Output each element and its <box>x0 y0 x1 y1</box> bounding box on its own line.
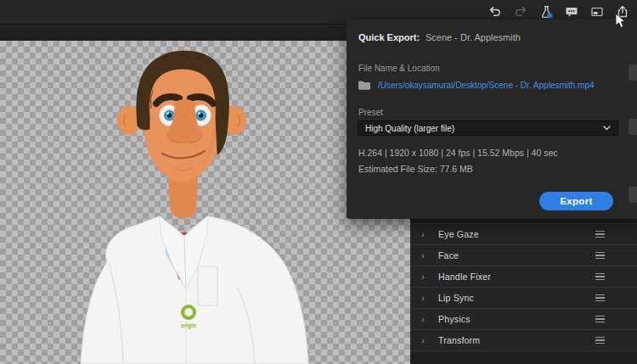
behavior-row-physics[interactable]: › Physics <box>410 309 637 330</box>
panel-edge-fragment <box>629 64 637 81</box>
format-info-text: H.264 | 1920 x 1080 | 24 fps | 15.52 Mbp… <box>358 148 557 158</box>
behavior-label: Face <box>438 250 595 260</box>
chevron-down-icon <box>603 126 611 131</box>
chevron-right-icon[interactable]: › <box>421 272 430 282</box>
behavior-row-eye-gaze[interactable]: › Eye Gaze <box>410 224 637 245</box>
coat-badge-text: origin <box>181 322 196 329</box>
behavior-row-handle-fixer[interactable]: › Handle Fixer <box>410 266 637 288</box>
panel-edge-fragment <box>629 187 637 203</box>
hamburger-menu-icon[interactable] <box>595 316 605 322</box>
file-path-row: /Users/okaysamurai/Desktop/Scene - Dr. A… <box>358 78 622 92</box>
hamburger-menu-icon[interactable] <box>595 294 605 301</box>
behavior-list: › Eye Gaze › Face › Handle Fixer › Lip S… <box>410 223 637 351</box>
hamburger-menu-icon[interactable] <box>595 252 605 259</box>
behavior-label: Transform <box>438 335 595 345</box>
behavior-row-face[interactable]: › Face <box>410 245 637 266</box>
quick-export-title: Quick Export: <box>358 32 420 42</box>
behavior-label: Eye Gaze <box>438 229 595 239</box>
comment-bubble-icon <box>565 5 578 19</box>
undo-button[interactable] <box>486 3 505 21</box>
preset-dropdown[interactable]: High Quality (larger file) <box>358 120 618 136</box>
file-name-location-label: File Name & Location <box>358 64 440 73</box>
behavior-row-transform[interactable]: › Transform <box>410 330 637 351</box>
redo-button[interactable] <box>511 3 530 21</box>
comments-button[interactable] <box>562 3 581 21</box>
redo-icon <box>514 5 527 19</box>
preset-dropdown-value: High Quality (larger file) <box>365 124 454 133</box>
chevron-right-icon[interactable]: › <box>421 294 430 303</box>
export-button[interactable]: Export <box>539 192 613 210</box>
behavior-row-lip-sync[interactable]: › Lip Sync <box>410 288 637 309</box>
undo-icon <box>488 5 502 19</box>
chevron-right-icon[interactable]: › <box>421 315 430 324</box>
flask-icon <box>539 5 554 20</box>
behavior-label: Handle Fixer <box>438 272 595 282</box>
hamburger-menu-icon[interactable] <box>595 231 605 238</box>
chevron-right-icon[interactable]: › <box>421 336 430 345</box>
character-animator-window: origin <box>0 0 637 364</box>
file-path-link[interactable]: /Users/okaysamurai/Desktop/Scene - Dr. A… <box>378 81 595 90</box>
picture-in-picture-icon <box>590 5 604 19</box>
estimated-size-text: Estimated File Size: 77.6 MB <box>358 164 473 174</box>
mouse-cursor <box>615 13 628 33</box>
hamburger-menu-icon[interactable] <box>595 337 605 344</box>
behavior-label: Physics <box>438 314 595 324</box>
quick-export-panel: Quick Export: Scene - Dr. Applesmith Fil… <box>347 20 637 219</box>
hamburger-menu-icon[interactable] <box>595 273 605 280</box>
picture-in-picture-button[interactable] <box>588 3 606 21</box>
experimental-toggle-button[interactable] <box>537 3 555 21</box>
folder-icon[interactable] <box>358 81 378 90</box>
behavior-label: Lip Sync <box>438 293 595 303</box>
chevron-right-icon[interactable]: › <box>421 251 430 260</box>
chevron-right-icon[interactable]: › <box>421 230 430 239</box>
quick-export-scene-name: Scene - Dr. Applesmith <box>426 32 521 42</box>
panel-edge-fragment <box>629 119 637 135</box>
preset-label: Preset <box>358 108 383 117</box>
